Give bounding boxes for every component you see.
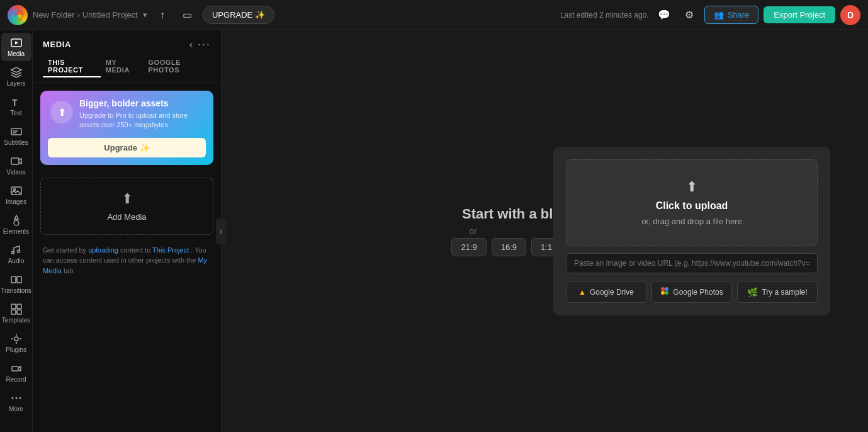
preview-button[interactable]: ▭ bbox=[178, 5, 198, 25]
videos-icon bbox=[10, 155, 23, 168]
elements-icon bbox=[10, 214, 23, 227]
plugins-icon bbox=[10, 333, 23, 345]
images-icon bbox=[10, 185, 23, 197]
media-tabs: THIS PROJECT MY MEDIA GOOGLE PHOTOS bbox=[33, 56, 221, 83]
last-edited-text: Last edited 2 minutes ago. bbox=[560, 11, 649, 20]
url-input[interactable] bbox=[566, 253, 818, 273]
text-icon: T bbox=[10, 96, 23, 108]
google-photos-button[interactable]: Google Photos bbox=[651, 281, 732, 303]
sidebar-elements-label: Elements bbox=[3, 228, 30, 235]
upgrade-banner-text: Bigger, bolder assets Upgrade to Pro to … bbox=[79, 98, 203, 130]
or-label: or bbox=[470, 226, 477, 236]
try-sample-button[interactable]: 🌿 Try a sample! bbox=[737, 281, 818, 303]
tab-google-photos[interactable]: GOOGLE PHOTOS bbox=[143, 56, 211, 77]
add-media-label: Add Media bbox=[107, 212, 146, 222]
share-icon: 👥 bbox=[714, 10, 724, 20]
svg-rect-13 bbox=[17, 276, 21, 283]
upgrade-banner: ⬆ Bigger, bolder assets Upgrade to Pro t… bbox=[40, 91, 213, 165]
svg-point-25 bbox=[661, 291, 665, 295]
svg-point-22 bbox=[19, 397, 21, 399]
sidebar-item-images[interactable]: Images bbox=[1, 181, 31, 209]
folder-name[interactable]: New Folder bbox=[33, 10, 74, 20]
comments-button[interactable]: 💬 bbox=[654, 5, 674, 25]
upload-drop-zone[interactable]: ⬆ Click to upload or, drag and drop a fi… bbox=[566, 159, 818, 246]
svg-rect-12 bbox=[11, 276, 16, 283]
media-panel: MEDIA ‹ ··· THIS PROJECT MY MEDIA GOOGLE… bbox=[33, 30, 222, 432]
svg-point-20 bbox=[11, 397, 13, 399]
svg-rect-3 bbox=[11, 128, 21, 135]
upload-panel: ⬆ Click to upload or, drag and drop a fi… bbox=[553, 147, 830, 315]
aspect-btn-16-9[interactable]: 16:9 bbox=[492, 238, 526, 256]
sidebar-text-label: Text bbox=[10, 110, 21, 117]
svg-point-9 bbox=[14, 220, 19, 225]
svg-rect-14 bbox=[11, 304, 16, 309]
sidebar-item-record[interactable]: Record bbox=[1, 358, 31, 387]
google-photos-icon bbox=[660, 287, 669, 297]
transitions-icon bbox=[10, 273, 23, 286]
panel-collapse-handle[interactable]: › bbox=[216, 219, 226, 244]
svg-point-24 bbox=[665, 287, 668, 291]
sidebar-item-subtitles[interactable]: Subtitles bbox=[1, 122, 31, 150]
media-icon bbox=[10, 37, 23, 49]
tab-my-media[interactable]: MY MEDIA bbox=[101, 56, 144, 77]
templates-icon bbox=[10, 303, 23, 315]
upgrade-banner-title: Bigger, bolder assets bbox=[79, 98, 203, 108]
sidebar-plugins-label: Plugins bbox=[6, 346, 26, 353]
upgrade-banner-button[interactable]: Upgrade ✨ bbox=[48, 138, 206, 157]
media-hint-upload-link[interactable]: uploading bbox=[88, 246, 118, 254]
icon-sidebar: Media Layers T Text Subtitles bbox=[0, 30, 33, 432]
sidebar-item-videos[interactable]: Videos bbox=[1, 151, 31, 179]
export-button[interactable]: Export Project bbox=[764, 6, 835, 23]
audio-icon bbox=[10, 244, 23, 256]
upgrade-button[interactable]: UPGRADE ✨ bbox=[203, 6, 274, 24]
sidebar-item-text[interactable]: T Text bbox=[1, 92, 31, 120]
sidebar-item-media[interactable]: Media bbox=[1, 33, 31, 61]
svg-rect-16 bbox=[11, 310, 16, 314]
media-panel-more-button[interactable]: ··· bbox=[198, 38, 211, 51]
sidebar-subtitles-label: Subtitles bbox=[4, 139, 28, 146]
share-button[interactable]: 👥 Share bbox=[704, 6, 759, 24]
breadcrumb: New Folder › Untitled Project ▾ bbox=[33, 10, 147, 20]
sidebar-images-label: Images bbox=[6, 198, 26, 205]
more-icon bbox=[10, 392, 23, 404]
settings-button[interactable]: ⚙ bbox=[679, 5, 699, 25]
sidebar-item-templates[interactable]: Templates bbox=[1, 299, 31, 327]
try-sample-label: Try a sample! bbox=[762, 288, 807, 297]
topbar: New Folder › Untitled Project ▾ ↑ ▭ UPGR… bbox=[0, 0, 868, 30]
main-layout: Media Layers T Text Subtitles bbox=[0, 30, 868, 432]
sidebar-item-elements[interactable]: Elements bbox=[1, 210, 31, 239]
media-panel-header: MEDIA ‹ ··· bbox=[33, 30, 221, 56]
google-drive-button[interactable]: ▲ Google Drive bbox=[566, 281, 646, 303]
upgrade-label: UPGRADE ✨ bbox=[212, 10, 265, 20]
aspect-btn-21-9[interactable]: 21:9 bbox=[451, 238, 486, 256]
add-media-area[interactable]: ⬆ Add Media bbox=[40, 178, 213, 235]
media-panel-title: MEDIA bbox=[43, 40, 71, 49]
media-panel-collapse-button[interactable]: ‹ bbox=[189, 39, 193, 50]
sample-icon: 🌿 bbox=[747, 287, 758, 297]
breadcrumb-separator: › bbox=[77, 10, 79, 20]
user-avatar[interactable]: D bbox=[840, 5, 860, 25]
sidebar-item-transitions[interactable]: Transitions bbox=[1, 270, 31, 298]
svg-point-10 bbox=[11, 251, 14, 254]
upload-button[interactable]: ↑ bbox=[152, 5, 172, 25]
svg-point-26 bbox=[665, 291, 668, 295]
project-dropdown-icon[interactable]: ▾ bbox=[143, 10, 147, 20]
add-media-upload-icon: ⬆ bbox=[121, 191, 133, 207]
sidebar-more-label: More bbox=[9, 406, 23, 412]
media-hint-project-link[interactable]: This Project bbox=[152, 246, 189, 254]
sidebar-item-plugins[interactable]: Plugins bbox=[1, 329, 31, 357]
sidebar-item-more[interactable]: More bbox=[1, 388, 31, 416]
sidebar-media-label: Media bbox=[8, 50, 25, 57]
sidebar-item-layers[interactable]: Layers bbox=[1, 62, 31, 91]
subtitles-icon bbox=[10, 125, 23, 138]
project-name[interactable]: Untitled Project bbox=[82, 10, 138, 20]
sidebar-videos-label: Videos bbox=[6, 169, 25, 176]
sidebar-layers-label: Layers bbox=[6, 80, 25, 87]
tab-this-project[interactable]: THIS PROJECT bbox=[43, 56, 101, 77]
sidebar-audio-label: Audio bbox=[8, 258, 25, 264]
media-hint-text: Get started by bbox=[43, 246, 88, 254]
sidebar-item-audio[interactable]: Audio bbox=[1, 240, 31, 268]
export-label: Export Project bbox=[774, 10, 825, 20]
google-photos-label: Google Photos bbox=[673, 288, 723, 297]
upgrade-banner-icon: ⬆ bbox=[50, 101, 73, 123]
